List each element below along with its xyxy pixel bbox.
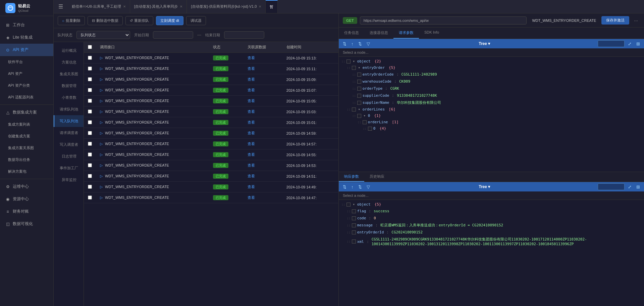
save-activate-btn[interactable]: 保存并激活 (601, 16, 629, 25)
re-queue-btn[interactable]: ↺ 重新排队 (125, 16, 153, 25)
expand-all-icon[interactable]: ⇅ (341, 41, 348, 47)
tab-history-response[interactable]: 历史响应 (364, 172, 390, 182)
sidenav-req-scheduler[interactable]: 请求调度者 (54, 127, 84, 139)
tree-search-input[interactable] (598, 40, 625, 47)
menu-icon[interactable]: ☰ (54, 3, 68, 10)
sidebar-item-plan-list[interactable]: 集成方案列表 (0, 119, 53, 130)
node-checkbox[interactable] (352, 209, 356, 213)
sort-icon[interactable]: ⇅ (357, 41, 363, 47)
sidenav-log-mgmt[interactable]: 日志管理 (54, 150, 84, 162)
tree-node[interactable]: ::supplierCode：91330481721027748K (339, 92, 644, 99)
batch-delete-btn[interactable]: ○ 批量删除 (58, 16, 85, 25)
sidebar-item-solution-pkg[interactable]: 解决方案包 (0, 166, 53, 177)
view-link-4[interactable]: 查看 (248, 98, 255, 103)
tree-node[interactable]: ::supplierName：华尔科技集团股份有限公司 (339, 99, 644, 106)
tree-node[interactable]: ::▾object {2} (339, 58, 644, 64)
resp-collapse-icon[interactable]: ↑ (350, 184, 355, 190)
tab-response-params[interactable]: 响应参数 (339, 172, 364, 182)
node-checkbox[interactable] (352, 216, 356, 220)
view-link-3[interactable]: 查看 (248, 88, 255, 93)
tab-3-close[interactable]: ✕ (259, 5, 261, 8)
tree-node[interactable]: ::entryOrderCode：CGSL1111-2402989 (339, 71, 644, 78)
tree-expand-icon[interactable]: ⤢ (627, 41, 633, 47)
filter-icon[interactable]: ▽ (365, 41, 371, 47)
queue-status-select[interactable]: 队列状态 (76, 31, 130, 39)
sidenav-write-queue[interactable]: 写入队列池 (54, 115, 84, 127)
node-checkbox[interactable] (357, 73, 361, 77)
tree-node[interactable]: ::code：0 (339, 215, 644, 222)
view-link-13[interactable]: 查看 (248, 195, 255, 200)
tab-sdk-info[interactable]: SDK Info (419, 28, 444, 39)
sidenav-data-mgmt[interactable]: 数据管理 (54, 80, 84, 92)
tab-1[interactable]: 赔偿单=>U8-出库单_手工处理 ✕ (68, 0, 130, 13)
sidenav-xiao-qing[interactable]: 小青查数 (54, 92, 84, 103)
tab-request-params[interactable]: 请求参数 (393, 28, 419, 39)
node-checkbox[interactable] (363, 120, 367, 124)
view-link-0[interactable]: 查看 (248, 55, 255, 60)
tree-node[interactable]: ::entryOrderId：CG202410090152 (339, 229, 644, 236)
resp-sort-icon[interactable]: ⇅ (357, 184, 363, 190)
node-checkbox[interactable] (352, 239, 356, 244)
select-all-checkbox[interactable] (88, 45, 92, 49)
view-link-5[interactable]: 查看 (248, 109, 255, 114)
sidebar-item-plan-relation[interactable]: 集成方案关系图 (0, 142, 53, 154)
row-cb-9[interactable] (88, 152, 92, 157)
node-checkbox[interactable] (346, 203, 351, 207)
row-cb-3[interactable] (88, 88, 92, 92)
tree-node[interactable]: ::0 {4} (339, 125, 644, 132)
sidebar-item-api-adapter[interactable]: API 适配器列表 (0, 91, 53, 103)
resp-tree-label[interactable]: Tree ▾ (373, 184, 596, 189)
node-checkbox[interactable] (368, 127, 372, 131)
view-link-6[interactable]: 查看 (248, 120, 255, 125)
debug-btn[interactable]: 调试器 (186, 16, 206, 25)
sidenav-write-scheduler[interactable]: 写入调度者 (54, 139, 84, 150)
tab-2-close[interactable]: ✕ (180, 5, 182, 8)
node-checkbox[interactable] (352, 230, 356, 234)
sidenav-run-overview[interactable]: 运行概况 (54, 45, 84, 56)
expand-icon[interactable]: ▾ (357, 65, 361, 70)
sidebar-item-export-task[interactable]: 数据导出任务 (0, 154, 53, 166)
delete-selected-btn[interactable]: ⊟ 删除选中数据 (88, 16, 123, 25)
view-link-10[interactable]: 查看 (248, 163, 255, 168)
view-link-1[interactable]: 查看 (248, 66, 255, 71)
tab-4[interactable]: 暂 (266, 0, 278, 13)
sidebar-item-data-viz[interactable]: ◫ 数据可视化 (0, 218, 53, 230)
row-cb-10[interactable] (88, 163, 92, 167)
sidebar-item-api-assets[interactable]: ⊙ API 资产 (0, 44, 53, 56)
collapse-icon[interactable]: ↑ (350, 41, 355, 47)
sidenav-req-queue[interactable]: 请求队列池 (54, 103, 84, 115)
tab-2[interactable]: [自动签发]-其他入库单同步 ✕ (130, 0, 187, 13)
row-cb-8[interactable] (88, 142, 92, 146)
sidenav-event-factory[interactable]: 事件加工厂 (54, 162, 84, 174)
sidenav-exception-monitor[interactable]: 异常监控 (54, 174, 84, 186)
tab-3[interactable]: [自动签发]-供应商资料同步[kd->jst]-V1.0 ✕ (187, 0, 266, 13)
view-link-12[interactable]: 查看 (248, 184, 255, 189)
tree-node[interactable]: ::orderLine [1] (339, 119, 644, 125)
row-cb-13[interactable] (88, 195, 92, 200)
view-link-7[interactable]: 查看 (248, 131, 255, 136)
resp-tree-settings-icon[interactable]: ⊞ (635, 184, 641, 190)
row-cb-7[interactable] (88, 131, 92, 135)
tree-settings-icon[interactable]: ⊞ (635, 41, 641, 47)
expand-icon[interactable]: ▾ (357, 107, 361, 112)
node-checkbox[interactable] (352, 223, 356, 227)
node-checkbox[interactable] (352, 107, 356, 112)
tree-node[interactable]: ::message：旺店通WMS返回：入库单推送成功：entryOrderId … (339, 222, 644, 229)
sidebar-item-workbench[interactable]: ⊞ 工作台 (0, 19, 53, 31)
tree-node[interactable]: ::▾entryOrder {5} (339, 64, 644, 71)
expand-icon[interactable]: ▾ (352, 202, 356, 207)
row-cb-11[interactable] (88, 174, 92, 178)
sidenav-plan-info[interactable]: 方案信息 (54, 56, 84, 68)
row-cb-1[interactable] (88, 67, 92, 71)
sidebar-item-ops[interactable]: ⚙ 运维中心 (0, 180, 53, 193)
sidebar-item-create-plan[interactable]: 创建集成方案 (0, 130, 53, 142)
view-link-11[interactable]: 查看 (248, 174, 255, 179)
node-checkbox[interactable] (357, 114, 361, 118)
sidebar-item-software[interactable]: 软件平台 (0, 56, 53, 68)
node-checkbox[interactable] (352, 66, 356, 70)
row-cb-0[interactable] (88, 56, 92, 60)
api-url-input[interactable] (360, 16, 527, 25)
node-checkbox[interactable] (346, 59, 351, 63)
tree-node[interactable]: ::warehouseCode：CK009 (339, 78, 644, 85)
view-link-8[interactable]: 查看 (248, 141, 255, 146)
